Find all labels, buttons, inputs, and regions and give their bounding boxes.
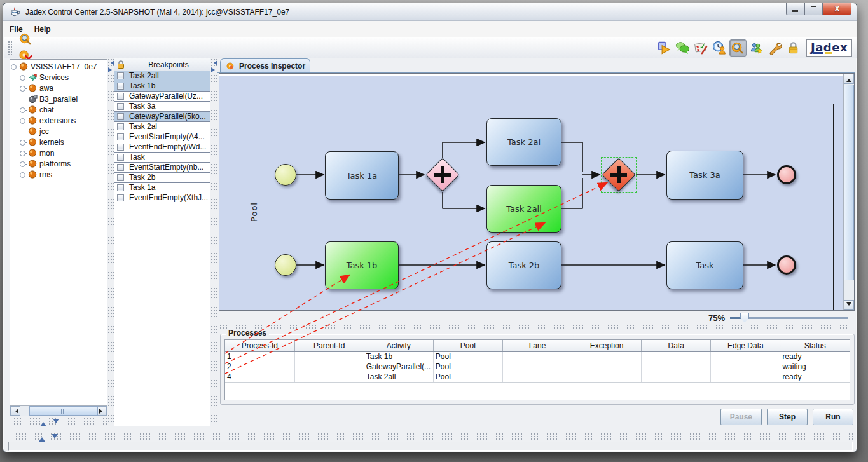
breakpoint-checkbox[interactable] bbox=[117, 93, 124, 100]
bpmn-gateway-gw1[interactable] bbox=[426, 158, 459, 191]
bpmn-task-task[interactable]: Task bbox=[666, 241, 743, 289]
security-icon[interactable] bbox=[748, 39, 765, 57]
scroll-down-button[interactable] bbox=[844, 300, 854, 310]
breakpoint-row[interactable]: Task 2all bbox=[114, 71, 210, 81]
column-header-lane[interactable]: Lane bbox=[502, 340, 572, 351]
conversation-icon[interactable] bbox=[674, 39, 691, 57]
column-header-data[interactable]: Data bbox=[642, 340, 711, 351]
run-button[interactable]: Run bbox=[813, 409, 853, 425]
expand-handle-icon[interactable] bbox=[19, 139, 27, 146]
settings-icon[interactable] bbox=[766, 39, 783, 57]
process-row[interactable]: 4Task 2allPoolready bbox=[225, 372, 850, 382]
collapse-left-icon[interactable] bbox=[211, 60, 217, 65]
tree-item-b3_parallel[interactable]: B3_parallel bbox=[10, 93, 107, 104]
process-row[interactable]: 1Task 1bPoolready bbox=[225, 351, 850, 362]
expand-handle-icon[interactable] bbox=[10, 63, 18, 71]
expand-down-icon[interactable] bbox=[52, 434, 58, 442]
maximize-button[interactable] bbox=[804, 3, 823, 15]
breakpoint-checkbox[interactable] bbox=[117, 113, 124, 120]
bottom-split-divider[interactable] bbox=[8, 433, 853, 440]
awareness-icon[interactable] bbox=[711, 39, 728, 57]
bpmn-event-start1[interactable] bbox=[275, 164, 296, 186]
process-row[interactable]: 2GatewayParallel(...Poolwaiting bbox=[225, 362, 850, 372]
scroll-thumb[interactable] bbox=[844, 85, 854, 280]
bpmn-event-end1[interactable] bbox=[777, 165, 796, 184]
breakpoint-row[interactable]: Task 3a bbox=[114, 102, 210, 112]
tree-split-divider[interactable] bbox=[10, 418, 107, 425]
column-header-exception[interactable]: Exception bbox=[572, 340, 642, 351]
bpmn-task-task1b[interactable]: Task 1b bbox=[325, 241, 399, 289]
expand-handle-icon[interactable] bbox=[19, 85, 27, 92]
starter-icon[interactable] bbox=[656, 39, 673, 57]
breakpoint-checkbox[interactable] bbox=[117, 133, 124, 140]
zoom-slider-thumb[interactable] bbox=[740, 313, 749, 322]
tree-item-extensions[interactable]: extensions bbox=[10, 115, 107, 126]
breakpoint-row[interactable]: EventEndEmpty(/Wd... bbox=[114, 142, 210, 153]
bpmn-task-task3a[interactable]: Task 3a bbox=[666, 151, 743, 200]
column-header-parent-id[interactable]: Parent-Id bbox=[294, 340, 364, 351]
bpmn-task-task1a[interactable]: Task 1a bbox=[325, 151, 399, 200]
tree-item-jcc[interactable]: jcc bbox=[10, 126, 107, 137]
expand-handle-icon[interactable] bbox=[19, 171, 27, 179]
breakpoint-row[interactable]: Task 2al bbox=[114, 122, 210, 132]
tree-item-rms[interactable]: rms bbox=[10, 169, 107, 180]
expand-handle-icon[interactable] bbox=[19, 106, 27, 114]
column-header-process-id[interactable]: Process-Id bbox=[225, 340, 294, 351]
tree-item-kernels[interactable]: kernels bbox=[10, 137, 107, 147]
column-header-pool[interactable]: Pool bbox=[433, 340, 502, 351]
bpmn-task-task2all[interactable]: Task 2all bbox=[486, 185, 561, 233]
breakpoint-checkbox[interactable] bbox=[117, 154, 124, 161]
lock-icon[interactable] bbox=[785, 39, 802, 57]
expand-right-icon[interactable] bbox=[211, 67, 217, 72]
breakpoint-checkbox[interactable] bbox=[117, 144, 124, 151]
zoom-slider[interactable] bbox=[730, 313, 848, 323]
test-center-icon[interactable] bbox=[692, 39, 710, 57]
tree-horizontal-scrollbar[interactable] bbox=[10, 405, 107, 416]
minimize-button[interactable] bbox=[786, 3, 804, 15]
bpmn-task-task2al[interactable]: Task 2al bbox=[486, 118, 561, 166]
split-divider-right[interactable] bbox=[210, 58, 217, 430]
bpmn-event-end2[interactable] bbox=[777, 255, 796, 275]
breakpoint-checkbox[interactable] bbox=[117, 123, 124, 130]
expand-up-icon[interactable] bbox=[40, 419, 46, 426]
process-inspector-icon[interactable] bbox=[729, 39, 747, 57]
bpmn-gateway-gw2[interactable] bbox=[602, 158, 635, 191]
breakpoint-row[interactable]: GatewayParallel(5ko... bbox=[114, 112, 210, 122]
toolbar-grip[interactable] bbox=[8, 41, 13, 55]
breakpoint-checkbox[interactable] bbox=[117, 164, 124, 171]
scroll-left-button[interactable] bbox=[10, 406, 20, 416]
breakpoint-row[interactable]: Task 2b bbox=[114, 173, 210, 183]
start-process-icon[interactable] bbox=[17, 31, 34, 48]
column-header-activity[interactable]: Activity bbox=[364, 340, 433, 351]
column-header-edge-data[interactable]: Edge Data bbox=[711, 340, 780, 351]
breakpoint-row[interactable]: Task 1b bbox=[114, 81, 210, 92]
tab-process-inspector[interactable]: Process Inspector bbox=[220, 58, 310, 73]
breakpoint-row[interactable]: Task bbox=[114, 153, 210, 163]
close-button[interactable]: X bbox=[823, 3, 851, 15]
column-header-status[interactable]: Status bbox=[780, 340, 850, 351]
bpmn-event-start2[interactable] bbox=[275, 254, 296, 276]
scroll-right-button[interactable] bbox=[97, 406, 107, 416]
expand-handle-icon[interactable] bbox=[19, 74, 27, 81]
breakpoint-row[interactable]: Task 1a bbox=[114, 183, 210, 193]
breakpoint-row[interactable]: GatewayParallel(Uz... bbox=[114, 92, 210, 102]
breakpoint-row[interactable]: EventEndEmpty(XthJ... bbox=[114, 193, 210, 203]
bpmn-canvas[interactable]: Pool Task 1aTask 2alTask 2allTask 3aTask… bbox=[219, 76, 843, 310]
expand-up-icon[interactable] bbox=[39, 434, 45, 442]
expand-handle-icon[interactable] bbox=[19, 117, 27, 125]
expand-handle-icon[interactable] bbox=[19, 149, 27, 157]
scroll-thumb[interactable] bbox=[29, 406, 98, 416]
scroll-up-button[interactable] bbox=[844, 74, 854, 84]
breakpoint-checkbox[interactable] bbox=[117, 194, 124, 201]
breakpoint-checkbox[interactable] bbox=[117, 72, 124, 79]
tree-item-platforms[interactable]: platforms bbox=[10, 158, 107, 169]
expand-handle-icon[interactable] bbox=[19, 160, 27, 168]
tree-item-mon[interactable]: mon bbox=[10, 147, 107, 158]
tree-item-root[interactable]: VSISSTAFF17_0e7 bbox=[10, 61, 107, 72]
breakpoint-row[interactable]: EventStartEmpty(nb... bbox=[114, 163, 210, 173]
tree-item-services[interactable]: Services bbox=[10, 72, 107, 83]
breakpoint-checkbox[interactable] bbox=[117, 83, 124, 90]
tree-item-awa[interactable]: awa bbox=[10, 83, 107, 93]
diagram-vertical-scrollbar[interactable] bbox=[843, 74, 854, 310]
step-button[interactable]: Step bbox=[767, 409, 808, 425]
